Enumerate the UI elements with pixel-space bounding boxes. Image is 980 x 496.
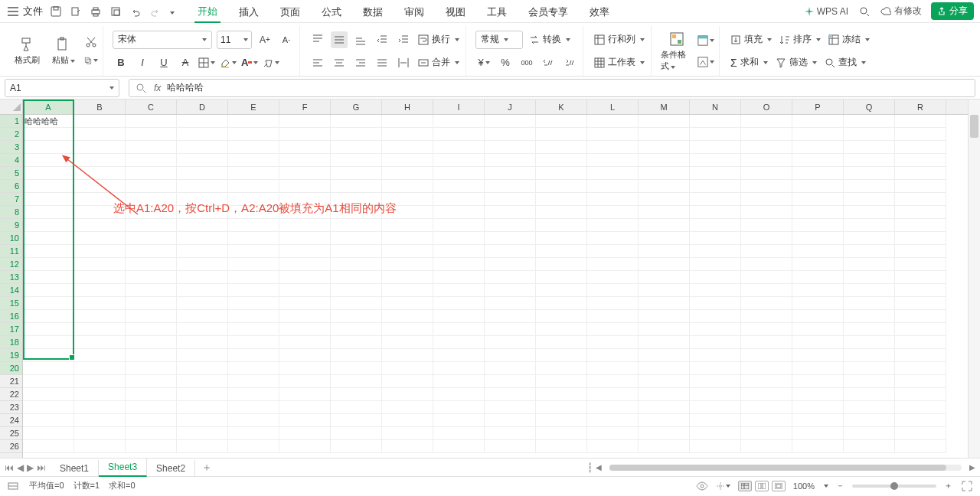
cell[interactable] [587,375,639,388]
cell[interactable] [228,323,279,336]
align-top-icon[interactable] [309,31,326,48]
cell[interactable] [895,414,946,427]
decrease-indent-icon[interactable] [374,31,390,48]
font-color-icon[interactable]: A [241,54,258,71]
cell[interactable] [536,414,587,427]
cell[interactable] [741,232,792,245]
cell[interactable] [792,271,844,284]
cell[interactable] [587,180,639,193]
cell[interactable] [177,414,228,427]
cell[interactable] [741,141,792,154]
sort-button[interactable]: 排序 [778,33,822,46]
cell[interactable] [690,349,741,362]
cell[interactable] [485,336,536,349]
cell[interactable] [74,141,126,154]
cell[interactable] [485,128,536,141]
cell[interactable] [792,401,844,414]
fill-color-icon[interactable] [220,54,237,71]
cell[interactable] [895,128,946,141]
cell[interactable] [228,349,279,362]
hscroll-split-icon[interactable]: ┇ [587,462,593,473]
cell[interactable] [485,401,536,414]
cell[interactable] [433,258,485,271]
cell[interactable] [587,362,639,375]
currency-icon[interactable]: ¥ [475,54,492,71]
cell[interactable] [844,427,895,440]
cell[interactable] [587,427,639,440]
cell[interactable] [536,154,587,167]
cell[interactable] [690,375,741,388]
cell[interactable] [741,336,792,349]
cell[interactable] [433,271,485,284]
cell[interactable] [279,128,331,141]
cell[interactable] [177,141,228,154]
cell[interactable] [433,180,485,193]
cell[interactable] [844,206,895,219]
cell[interactable] [177,375,228,388]
cell[interactable] [23,141,74,154]
cell[interactable] [690,167,741,180]
cell[interactable] [587,245,639,258]
row-header-11[interactable]: 11 [0,245,22,258]
cell[interactable] [690,232,741,245]
cell[interactable] [844,232,895,245]
cell[interactable] [895,258,946,271]
cell[interactable] [741,154,792,167]
col-header-N[interactable]: N [690,100,741,114]
find-button[interactable]: 查找 [823,56,867,69]
cell[interactable] [639,310,690,323]
cell[interactable] [741,206,792,219]
zoom-formula-icon[interactable] [134,81,148,95]
name-box[interactable]: A1 [5,79,119,97]
cell[interactable] [792,427,844,440]
cell[interactable] [228,193,279,206]
cell[interactable] [485,167,536,180]
cell[interactable] [639,336,690,349]
cell[interactable] [23,440,74,453]
cell[interactable] [74,336,126,349]
cell[interactable] [741,349,792,362]
cell[interactable] [279,141,331,154]
cell[interactable] [74,414,126,427]
quick-access-icon[interactable] [109,5,122,18]
cell[interactable] [536,271,587,284]
cell[interactable] [23,245,74,258]
cell[interactable] [382,115,433,128]
row-header-7[interactable]: 7 [0,193,22,206]
cell[interactable] [23,362,74,375]
row-header-10[interactable]: 10 [0,232,22,245]
cell[interactable] [279,167,331,180]
cell[interactable] [228,362,279,375]
cell[interactable] [23,284,74,297]
cell[interactable] [690,414,741,427]
cell[interactable] [279,375,331,388]
cell[interactable] [23,336,74,349]
search-icon[interactable] [858,5,871,18]
cell[interactable] [382,414,433,427]
cell[interactable] [177,258,228,271]
cell[interactable] [433,414,485,427]
cell[interactable] [690,245,741,258]
cell[interactable] [382,193,433,206]
zoom-slider[interactable] [852,485,936,488]
cell[interactable] [587,271,639,284]
cell[interactable] [228,245,279,258]
cell[interactable] [587,440,639,453]
cell[interactable] [331,349,382,362]
cell[interactable] [382,375,433,388]
nav-next-icon[interactable]: ▶ [27,462,34,473]
cell[interactable] [382,440,433,453]
cell[interactable] [536,258,587,271]
cell[interactable] [331,193,382,206]
cell[interactable] [126,232,177,245]
cell[interactable] [639,440,690,453]
cell[interactable] [331,219,382,232]
cell[interactable] [382,245,433,258]
cell[interactable] [23,128,74,141]
cell[interactable] [126,284,177,297]
cell[interactable] [126,323,177,336]
cell[interactable] [844,310,895,323]
cell[interactable] [382,336,433,349]
cell[interactable] [177,349,228,362]
percent-icon[interactable]: % [497,54,514,71]
